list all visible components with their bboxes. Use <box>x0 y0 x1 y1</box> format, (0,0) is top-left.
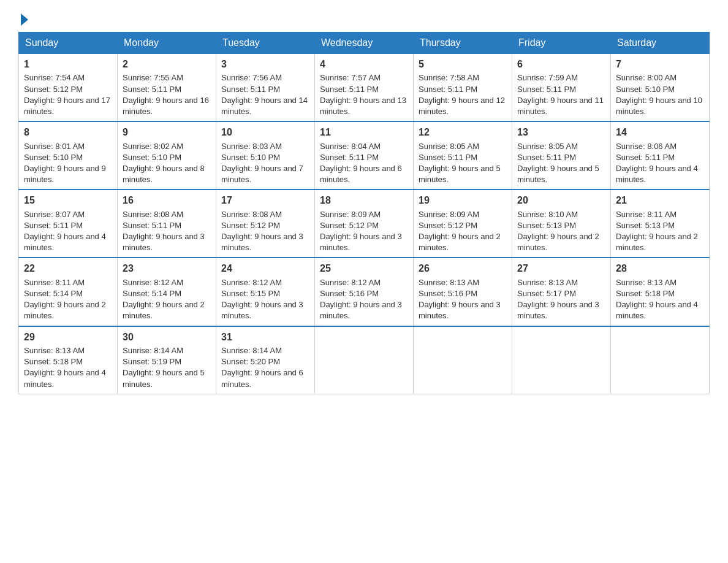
calendar-cell: 17Sunrise: 8:08 AMSunset: 5:12 PMDayligh… <box>216 190 315 258</box>
day-number: 22 <box>24 262 112 275</box>
calendar-cell: 8Sunrise: 8:01 AMSunset: 5:10 PMDaylight… <box>19 121 118 190</box>
day-info: Sunrise: 7:56 AMSunset: 5:11 PMDaylight:… <box>221 73 308 116</box>
day-number: 29 <box>24 331 112 344</box>
day-number: 24 <box>221 262 309 275</box>
day-number: 17 <box>221 194 309 207</box>
day-info: Sunrise: 8:04 AMSunset: 5:11 PMDaylight:… <box>320 142 402 185</box>
day-info: Sunrise: 8:08 AMSunset: 5:12 PMDaylight:… <box>221 210 303 253</box>
day-number: 14 <box>616 126 704 139</box>
day-info: Sunrise: 8:09 AMSunset: 5:12 PMDaylight:… <box>320 210 402 253</box>
day-number: 19 <box>419 194 507 207</box>
day-info: Sunrise: 8:05 AMSunset: 5:11 PMDaylight:… <box>517 142 599 185</box>
calendar-cell <box>512 326 611 394</box>
calendar-cell: 21Sunrise: 8:11 AMSunset: 5:13 PMDayligh… <box>611 190 710 258</box>
day-number: 26 <box>419 262 507 275</box>
calendar-cell: 9Sunrise: 8:02 AMSunset: 5:10 PMDaylight… <box>118 121 216 190</box>
day-number: 25 <box>320 262 408 275</box>
calendar-week-row: 29Sunrise: 8:13 AMSunset: 5:18 PMDayligh… <box>19 326 710 394</box>
page-header <box>18 12 710 26</box>
day-info: Sunrise: 8:12 AMSunset: 5:14 PMDaylight:… <box>123 278 205 321</box>
day-number: 10 <box>221 126 309 139</box>
day-info: Sunrise: 8:14 AMSunset: 5:20 PMDaylight:… <box>221 346 303 389</box>
calendar-cell: 13Sunrise: 8:05 AMSunset: 5:11 PMDayligh… <box>512 121 611 190</box>
day-number: 6 <box>517 58 605 71</box>
day-number: 18 <box>320 194 408 207</box>
calendar-cell: 18Sunrise: 8:09 AMSunset: 5:12 PMDayligh… <box>315 190 414 258</box>
calendar-cell: 29Sunrise: 8:13 AMSunset: 5:18 PMDayligh… <box>19 326 118 394</box>
logo <box>18 12 28 26</box>
calendar-header-sunday: Sunday <box>19 33 118 54</box>
day-number: 9 <box>123 126 211 139</box>
day-info: Sunrise: 8:11 AMSunset: 5:14 PMDaylight:… <box>24 278 106 321</box>
calendar-header-saturday: Saturday <box>611 33 710 54</box>
day-info: Sunrise: 8:02 AMSunset: 5:10 PMDaylight:… <box>123 142 205 185</box>
calendar-cell: 16Sunrise: 8:08 AMSunset: 5:11 PMDayligh… <box>118 190 216 258</box>
calendar-header-row: SundayMondayTuesdayWednesdayThursdayFrid… <box>19 33 710 54</box>
calendar-cell: 22Sunrise: 8:11 AMSunset: 5:14 PMDayligh… <box>19 258 118 326</box>
day-info: Sunrise: 8:03 AMSunset: 5:10 PMDaylight:… <box>221 142 303 185</box>
day-number: 4 <box>320 58 408 71</box>
day-number: 3 <box>221 58 309 71</box>
calendar-cell: 4Sunrise: 7:57 AMSunset: 5:11 PMDaylight… <box>315 54 414 122</box>
calendar-cell: 27Sunrise: 8:13 AMSunset: 5:17 PMDayligh… <box>512 258 611 326</box>
day-number: 5 <box>419 58 507 71</box>
day-number: 1 <box>24 58 112 71</box>
calendar-cell: 1Sunrise: 7:54 AMSunset: 5:12 PMDaylight… <box>19 54 118 122</box>
day-info: Sunrise: 8:14 AMSunset: 5:19 PMDaylight:… <box>123 346 205 389</box>
day-info: Sunrise: 8:13 AMSunset: 5:18 PMDaylight:… <box>24 346 106 389</box>
calendar-week-row: 8Sunrise: 8:01 AMSunset: 5:10 PMDaylight… <box>19 121 710 190</box>
day-info: Sunrise: 8:05 AMSunset: 5:11 PMDaylight:… <box>419 142 501 185</box>
day-info: Sunrise: 8:13 AMSunset: 5:17 PMDaylight:… <box>517 278 599 321</box>
day-info: Sunrise: 8:10 AMSunset: 5:13 PMDaylight:… <box>517 210 599 253</box>
day-number: 11 <box>320 126 408 139</box>
calendar-cell: 3Sunrise: 7:56 AMSunset: 5:11 PMDaylight… <box>216 54 315 122</box>
calendar-cell: 24Sunrise: 8:12 AMSunset: 5:15 PMDayligh… <box>216 258 315 326</box>
calendar-cell: 10Sunrise: 8:03 AMSunset: 5:10 PMDayligh… <box>216 121 315 190</box>
day-number: 2 <box>123 58 211 71</box>
day-info: Sunrise: 7:55 AMSunset: 5:11 PMDaylight:… <box>123 73 209 116</box>
calendar-cell: 30Sunrise: 8:14 AMSunset: 5:19 PMDayligh… <box>118 326 216 394</box>
day-info: Sunrise: 8:12 AMSunset: 5:16 PMDaylight:… <box>320 278 402 321</box>
day-info: Sunrise: 8:08 AMSunset: 5:11 PMDaylight:… <box>123 210 205 253</box>
calendar-cell: 2Sunrise: 7:55 AMSunset: 5:11 PMDaylight… <box>118 54 216 122</box>
calendar-cell: 11Sunrise: 8:04 AMSunset: 5:11 PMDayligh… <box>315 121 414 190</box>
calendar-week-row: 22Sunrise: 8:11 AMSunset: 5:14 PMDayligh… <box>19 258 710 326</box>
day-number: 16 <box>123 194 211 207</box>
day-info: Sunrise: 8:11 AMSunset: 5:13 PMDaylight:… <box>616 210 698 253</box>
calendar-header-wednesday: Wednesday <box>315 33 414 54</box>
calendar-cell: 26Sunrise: 8:13 AMSunset: 5:16 PMDayligh… <box>414 258 512 326</box>
calendar-cell <box>414 326 512 394</box>
calendar-table: SundayMondayTuesdayWednesdayThursdayFrid… <box>18 32 710 394</box>
day-number: 31 <box>221 331 309 344</box>
calendar-cell <box>611 326 710 394</box>
day-info: Sunrise: 8:00 AMSunset: 5:10 PMDaylight:… <box>616 73 702 116</box>
calendar-cell: 7Sunrise: 8:00 AMSunset: 5:10 PMDaylight… <box>611 54 710 122</box>
day-number: 12 <box>419 126 507 139</box>
calendar-header-friday: Friday <box>512 33 611 54</box>
day-info: Sunrise: 7:59 AMSunset: 5:11 PMDaylight:… <box>517 73 604 116</box>
calendar-cell: 23Sunrise: 8:12 AMSunset: 5:14 PMDayligh… <box>118 258 216 326</box>
day-info: Sunrise: 7:57 AMSunset: 5:11 PMDaylight:… <box>320 73 406 116</box>
day-info: Sunrise: 8:06 AMSunset: 5:11 PMDaylight:… <box>616 142 698 185</box>
calendar-cell: 20Sunrise: 8:10 AMSunset: 5:13 PMDayligh… <box>512 190 611 258</box>
calendar-header-thursday: Thursday <box>414 33 512 54</box>
day-number: 27 <box>517 262 605 275</box>
calendar-header-tuesday: Tuesday <box>216 33 315 54</box>
day-info: Sunrise: 8:13 AMSunset: 5:16 PMDaylight:… <box>419 278 501 321</box>
logo-arrow-icon <box>21 13 28 26</box>
day-number: 28 <box>616 262 704 275</box>
day-number: 21 <box>616 194 704 207</box>
day-number: 20 <box>517 194 605 207</box>
calendar-week-row: 1Sunrise: 7:54 AMSunset: 5:12 PMDaylight… <box>19 54 710 122</box>
calendar-cell: 5Sunrise: 7:58 AMSunset: 5:11 PMDaylight… <box>414 54 512 122</box>
day-info: Sunrise: 7:58 AMSunset: 5:11 PMDaylight:… <box>419 73 505 116</box>
day-number: 13 <box>517 126 605 139</box>
calendar-cell <box>315 326 414 394</box>
calendar-cell: 25Sunrise: 8:12 AMSunset: 5:16 PMDayligh… <box>315 258 414 326</box>
calendar-cell: 6Sunrise: 7:59 AMSunset: 5:11 PMDaylight… <box>512 54 611 122</box>
day-info: Sunrise: 8:12 AMSunset: 5:15 PMDaylight:… <box>221 278 303 321</box>
calendar-cell: 28Sunrise: 8:13 AMSunset: 5:18 PMDayligh… <box>611 258 710 326</box>
day-number: 7 <box>616 58 704 71</box>
calendar-cell: 31Sunrise: 8:14 AMSunset: 5:20 PMDayligh… <box>216 326 315 394</box>
calendar-header-monday: Monday <box>118 33 216 54</box>
